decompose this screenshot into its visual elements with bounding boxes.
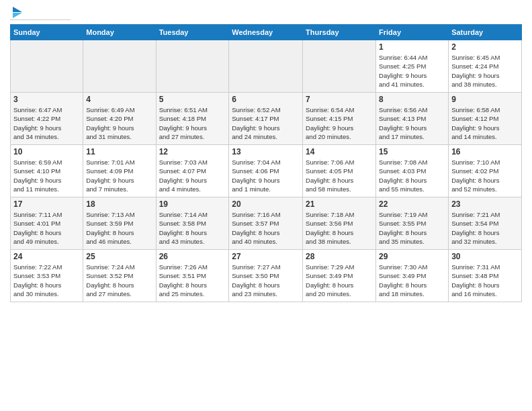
calendar-day: 3Sunrise: 6:47 AM Sunset: 4:22 PM Daylig… <box>11 93 83 145</box>
days-of-week-row: SundayMondayTuesdayWednesdayThursdayFrid… <box>11 25 522 40</box>
day-of-week-sunday: Sunday <box>11 25 83 40</box>
calendar-day: 21Sunrise: 7:18 AM Sunset: 3:56 PM Dayli… <box>303 197 376 250</box>
day-number: 24 <box>13 252 80 261</box>
day-info: Sunrise: 7:13 AM Sunset: 3:59 PM Dayligh… <box>86 210 152 246</box>
header <box>10 7 522 20</box>
calendar-day: 17Sunrise: 7:11 AM Sunset: 4:01 PM Dayli… <box>11 197 83 250</box>
day-info: Sunrise: 6:47 AM Sunset: 4:22 PM Dayligh… <box>13 105 80 141</box>
calendar-body: 1Sunrise: 6:44 AM Sunset: 4:25 PM Daylig… <box>11 40 522 302</box>
day-info: Sunrise: 7:27 AM Sunset: 3:50 PM Dayligh… <box>232 263 300 298</box>
day-info: Sunrise: 6:52 AM Sunset: 4:17 PM Dayligh… <box>232 105 300 141</box>
day-info: Sunrise: 7:30 AM Sunset: 3:49 PM Dayligh… <box>379 263 445 298</box>
day-number: 7 <box>306 95 373 104</box>
logo <box>10 7 71 20</box>
day-of-week-monday: Monday <box>83 25 156 40</box>
day-number: 16 <box>451 147 519 156</box>
calendar-day <box>303 40 376 93</box>
day-info: Sunrise: 7:14 AM Sunset: 3:58 PM Dayligh… <box>159 210 226 246</box>
calendar-day: 22Sunrise: 7:19 AM Sunset: 3:55 PM Dayli… <box>376 197 449 250</box>
calendar-day: 20Sunrise: 7:16 AM Sunset: 3:57 PM Dayli… <box>229 197 303 250</box>
day-info: Sunrise: 7:03 AM Sunset: 4:07 PM Dayligh… <box>159 158 226 193</box>
day-info: Sunrise: 7:06 AM Sunset: 4:05 PM Dayligh… <box>306 158 373 193</box>
day-info: Sunrise: 7:10 AM Sunset: 4:02 PM Dayligh… <box>451 158 519 193</box>
calendar-day: 6Sunrise: 6:52 AM Sunset: 4:17 PM Daylig… <box>229 93 303 145</box>
day-info: Sunrise: 7:22 AM Sunset: 3:53 PM Dayligh… <box>13 263 80 298</box>
calendar-day: 4Sunrise: 6:49 AM Sunset: 4:20 PM Daylig… <box>83 93 156 145</box>
day-info: Sunrise: 7:18 AM Sunset: 3:56 PM Dayligh… <box>306 210 373 246</box>
day-of-week-saturday: Saturday <box>449 25 522 40</box>
day-info: Sunrise: 6:56 AM Sunset: 4:13 PM Dayligh… <box>379 105 445 141</box>
day-number: 25 <box>86 252 152 261</box>
day-number: 20 <box>232 199 300 209</box>
calendar-day: 1Sunrise: 6:44 AM Sunset: 4:25 PM Daylig… <box>376 40 449 93</box>
calendar-header: SundayMondayTuesdayWednesdayThursdayFrid… <box>11 25 522 40</box>
calendar-week-3: 10Sunrise: 6:59 AM Sunset: 4:10 PM Dayli… <box>11 145 522 197</box>
calendar-day <box>156 40 229 93</box>
day-number: 6 <box>232 95 300 104</box>
day-number: 19 <box>159 199 226 209</box>
day-number: 29 <box>379 252 445 261</box>
day-number: 23 <box>451 199 519 209</box>
day-number: 17 <box>13 199 80 209</box>
day-number: 14 <box>306 147 373 156</box>
day-info: Sunrise: 7:31 AM Sunset: 3:48 PM Dayligh… <box>451 263 519 298</box>
calendar: SundayMondayTuesdayWednesdayThursdayFrid… <box>10 24 522 302</box>
day-info: Sunrise: 7:11 AM Sunset: 4:01 PM Dayligh… <box>13 210 80 246</box>
calendar-week-1: 1Sunrise: 6:44 AM Sunset: 4:25 PM Daylig… <box>11 40 522 93</box>
calendar-day: 23Sunrise: 7:21 AM Sunset: 3:54 PM Dayli… <box>449 197 522 250</box>
calendar-week-4: 17Sunrise: 7:11 AM Sunset: 4:01 PM Dayli… <box>11 197 522 250</box>
day-number: 27 <box>232 252 300 261</box>
day-info: Sunrise: 7:04 AM Sunset: 4:06 PM Dayligh… <box>232 158 300 193</box>
calendar-day: 26Sunrise: 7:26 AM Sunset: 3:51 PM Dayli… <box>156 250 229 302</box>
day-info: Sunrise: 7:08 AM Sunset: 4:03 PM Dayligh… <box>379 158 445 193</box>
day-info: Sunrise: 6:54 AM Sunset: 4:15 PM Dayligh… <box>306 105 373 141</box>
calendar-day: 25Sunrise: 7:24 AM Sunset: 3:52 PM Dayli… <box>83 250 156 302</box>
calendar-day: 13Sunrise: 7:04 AM Sunset: 4:06 PM Dayli… <box>229 145 303 197</box>
logo-arrow-bottom <box>13 13 22 18</box>
calendar-week-2: 3Sunrise: 6:47 AM Sunset: 4:22 PM Daylig… <box>11 93 522 145</box>
calendar-day: 16Sunrise: 7:10 AM Sunset: 4:02 PM Dayli… <box>449 145 522 197</box>
calendar-week-5: 24Sunrise: 7:22 AM Sunset: 3:53 PM Dayli… <box>11 250 522 302</box>
calendar-day: 7Sunrise: 6:54 AM Sunset: 4:15 PM Daylig… <box>303 93 376 145</box>
day-number: 2 <box>451 42 519 52</box>
day-number: 21 <box>306 199 373 209</box>
day-of-week-friday: Friday <box>376 25 449 40</box>
day-of-week-wednesday: Wednesday <box>229 25 303 40</box>
calendar-day: 5Sunrise: 6:51 AM Sunset: 4:18 PM Daylig… <box>156 93 229 145</box>
day-number: 26 <box>159 252 226 261</box>
calendar-day: 9Sunrise: 6:58 AM Sunset: 4:12 PM Daylig… <box>449 93 522 145</box>
day-number: 8 <box>379 95 445 104</box>
day-info: Sunrise: 6:44 AM Sunset: 4:25 PM Dayligh… <box>379 53 445 89</box>
calendar-day: 29Sunrise: 7:30 AM Sunset: 3:49 PM Dayli… <box>376 250 449 302</box>
day-number: 3 <box>13 95 80 104</box>
calendar-day: 19Sunrise: 7:14 AM Sunset: 3:58 PM Dayli… <box>156 197 229 250</box>
day-number: 1 <box>379 42 445 52</box>
calendar-day: 14Sunrise: 7:06 AM Sunset: 4:05 PM Dayli… <box>303 145 376 197</box>
calendar-day: 15Sunrise: 7:08 AM Sunset: 4:03 PM Dayli… <box>376 145 449 197</box>
day-number: 18 <box>86 199 152 209</box>
calendar-day: 2Sunrise: 6:45 AM Sunset: 4:24 PM Daylig… <box>449 40 522 93</box>
calendar-day <box>83 40 156 93</box>
day-info: Sunrise: 6:58 AM Sunset: 4:12 PM Dayligh… <box>451 105 519 141</box>
day-number: 28 <box>306 252 373 261</box>
logo-arrow-top <box>13 7 22 12</box>
day-number: 12 <box>159 147 226 156</box>
day-number: 22 <box>379 199 445 209</box>
calendar-day: 28Sunrise: 7:29 AM Sunset: 3:49 PM Dayli… <box>303 250 376 302</box>
calendar-day: 27Sunrise: 7:27 AM Sunset: 3:50 PM Dayli… <box>229 250 303 302</box>
day-info: Sunrise: 6:51 AM Sunset: 4:18 PM Dayligh… <box>159 105 226 141</box>
day-info: Sunrise: 6:59 AM Sunset: 4:10 PM Dayligh… <box>13 158 80 193</box>
day-info: Sunrise: 7:26 AM Sunset: 3:51 PM Dayligh… <box>159 263 226 298</box>
day-info: Sunrise: 7:29 AM Sunset: 3:49 PM Dayligh… <box>306 263 373 298</box>
day-info: Sunrise: 6:45 AM Sunset: 4:24 PM Dayligh… <box>451 53 519 89</box>
day-number: 9 <box>451 95 519 104</box>
calendar-day: 11Sunrise: 7:01 AM Sunset: 4:09 PM Dayli… <box>83 145 156 197</box>
day-of-week-tuesday: Tuesday <box>156 25 229 40</box>
day-info: Sunrise: 7:24 AM Sunset: 3:52 PM Dayligh… <box>86 263 152 298</box>
day-number: 13 <box>232 147 300 156</box>
day-number: 4 <box>86 95 152 104</box>
calendar-day: 24Sunrise: 7:22 AM Sunset: 3:53 PM Dayli… <box>11 250 83 302</box>
day-info: Sunrise: 7:01 AM Sunset: 4:09 PM Dayligh… <box>86 158 152 193</box>
main-container: SundayMondayTuesdayWednesdayThursdayFrid… <box>0 0 532 306</box>
calendar-day: 12Sunrise: 7:03 AM Sunset: 4:07 PM Dayli… <box>156 145 229 197</box>
